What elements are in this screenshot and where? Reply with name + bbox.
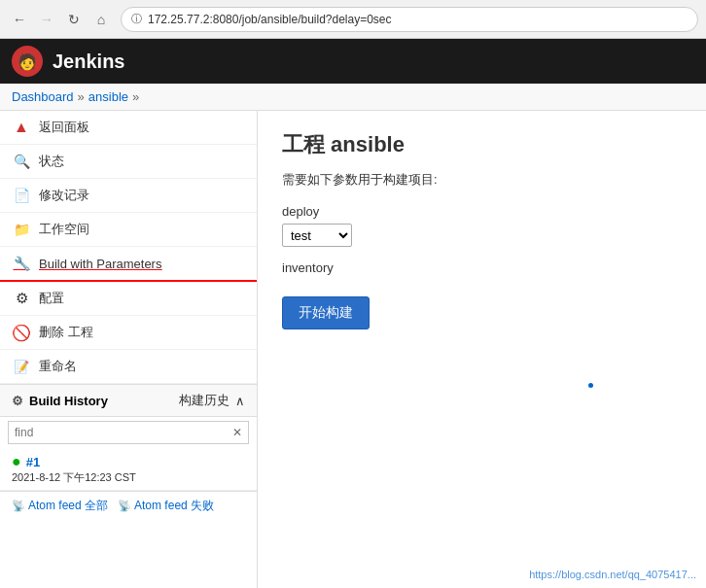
browser-chrome: ← → ↻ ⌂ ⓘ 172.25.77.2:8080/job/ansible/b…	[0, 0, 706, 39]
atom-feed-bar: 📡 Atom feed 全部 📡 Atom feed 失败	[0, 491, 257, 520]
find-bar: ✕	[8, 421, 249, 444]
sidebar-label-rename: 重命名	[39, 358, 77, 375]
find-clear-button[interactable]: ✕	[227, 424, 248, 441]
back-button[interactable]: ←	[8, 8, 31, 31]
sidebar-item-status[interactable]: 🔍 状态	[0, 145, 257, 179]
url-text: 172.25.77.2:8080/job/ansible/build?delay…	[148, 13, 392, 26]
build-history-left: ⚙ Build History	[12, 394, 108, 408]
breadcrumb: Dashboard » ansible »	[0, 84, 706, 111]
sidebar-item-config[interactable]: ⚙ 配置	[0, 282, 257, 316]
arrow-up-icon: ▲	[12, 118, 31, 137]
search-icon: 🔍	[12, 152, 31, 171]
atom-icon-all: 📡	[12, 500, 25, 512]
atom-feed-failed-link[interactable]: Atom feed 失败	[134, 498, 214, 514]
atom-feed-all[interactable]: 📡 Atom feed 全部	[12, 498, 108, 514]
sidebar-item-back[interactable]: ▲ 返回面板	[0, 111, 257, 145]
deploy-select[interactable]: test prod staging	[282, 224, 352, 247]
params-icon: 🔧	[12, 254, 31, 273]
jenkins-avatar: 🧑	[18, 52, 37, 71]
build-item[interactable]: ● #1 2021-8-12 下午12:23 CST	[0, 448, 257, 491]
sidebar-item-build-params[interactable]: 🔧 Build with Parameters	[0, 247, 257, 282]
sidebar-label-build-params: Build with Parameters	[39, 257, 161, 271]
home-button[interactable]: ⌂	[89, 8, 113, 31]
sidebar-item-changes[interactable]: 📄 修改记录	[0, 179, 257, 213]
sidebar-item-workspace[interactable]: 📁 工作空间	[0, 213, 257, 247]
page-title: 工程 ansible	[282, 130, 682, 159]
gear-icon: ⚙	[12, 289, 31, 308]
breadcrumb-sep2: »	[132, 89, 139, 104]
breadcrumb-ansible[interactable]: ansible	[88, 89, 128, 104]
inventory-field: inventory	[282, 260, 682, 275]
doc-icon: 📄	[12, 186, 31, 205]
atom-feed-failed[interactable]: 📡 Atom feed 失败	[118, 498, 214, 514]
build-number-link[interactable]: #1	[26, 455, 40, 469]
jenkins-logo: 🧑	[12, 46, 43, 77]
address-bar[interactable]: ⓘ 172.25.77.2:8080/job/ansible/build?del…	[121, 7, 698, 32]
folder-icon: 📁	[12, 220, 31, 239]
chevron-up-icon[interactable]: ∧	[235, 394, 245, 408]
build-link[interactable]: ● #1	[12, 453, 245, 470]
watermark: https://blog.csdn.net/qq_4075417...	[529, 569, 696, 580]
sidebar-label-changes: 修改记录	[39, 187, 89, 204]
rename-icon: 📝	[12, 357, 31, 376]
deploy-label: deploy	[282, 204, 682, 219]
atom-feed-all-link[interactable]: Atom feed 全部	[28, 498, 108, 514]
deploy-field: deploy test prod staging	[282, 204, 682, 247]
status-dot	[588, 383, 593, 388]
jenkins-title: Jenkins	[53, 51, 124, 73]
jenkins-header: 🧑 Jenkins	[0, 39, 706, 84]
build-history-header: ⚙ Build History 构建历史 ∧	[0, 384, 257, 417]
lock-icon: ⓘ	[131, 12, 142, 26]
main-layout: ▲ 返回面板 🔍 状态 📄 修改记录 📁 工作空间 🔧 Build with P…	[0, 111, 706, 588]
build-date: 2021-8-12 下午12:23 CST	[12, 470, 245, 485]
nav-buttons: ← → ↻ ⌂	[8, 8, 113, 31]
sidebar-label-workspace: 工作空间	[39, 221, 89, 238]
description: 需要如下参数用于构建项目:	[282, 171, 682, 189]
forward-button[interactable]: →	[35, 8, 58, 31]
find-input[interactable]	[9, 422, 227, 443]
sidebar-label-config: 配置	[39, 290, 64, 307]
sidebar-label-back: 返回面板	[39, 119, 89, 136]
sidebar-item-rename[interactable]: 📝 重命名	[0, 350, 257, 384]
build-status-icon: ●	[12, 453, 21, 470]
sidebar-label-delete: 删除 工程	[39, 324, 93, 341]
atom-icon-failed: 📡	[118, 500, 131, 512]
sidebar-item-delete[interactable]: 🚫 删除 工程	[0, 316, 257, 350]
build-history-right: 构建历史 ∧	[179, 392, 245, 409]
breadcrumb-sep1: »	[78, 89, 85, 104]
start-build-button[interactable]: 开始构建	[282, 296, 370, 329]
inventory-label: inventory	[282, 260, 682, 275]
sidebar-label-status: 状态	[39, 153, 64, 170]
reload-button[interactable]: ↻	[62, 8, 86, 31]
content-area: 工程 ansible 需要如下参数用于构建项目: deploy test pro…	[258, 111, 706, 588]
breadcrumb-dashboard[interactable]: Dashboard	[12, 89, 74, 104]
build-history-cn-label: 构建历史	[179, 392, 229, 409]
sidebar: ▲ 返回面板 🔍 状态 📄 修改记录 📁 工作空间 🔧 Build with P…	[0, 111, 258, 588]
delete-icon: 🚫	[12, 323, 31, 342]
build-history-label: Build History	[29, 394, 108, 408]
